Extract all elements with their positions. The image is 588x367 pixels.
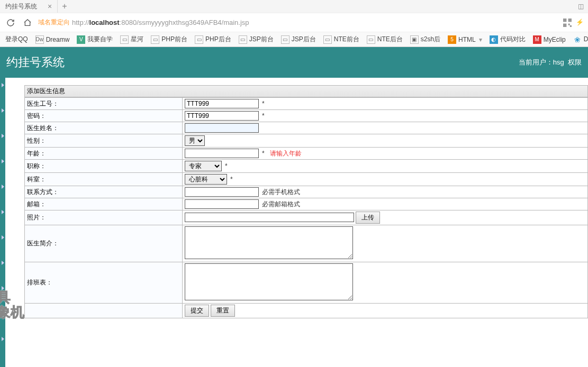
expand-icon[interactable] [2, 235, 4, 240]
intro-textarea[interactable] [185, 226, 353, 259]
bookmark-item[interactable]: MMyEclip [531, 35, 568, 44]
label-department: 科室： [25, 173, 183, 186]
doctor-form: 医生工号： * 密码： * 医生姓名： 性别： 男 年龄： *请输入年龄 职称： [24, 97, 588, 318]
current-user: 当前用户：hsg 权限 [519, 58, 582, 67]
bookmark-item[interactable]: ▭星河 [118, 35, 146, 44]
redirect-badge: 域名重定向 [38, 18, 70, 27]
bookmarks-bar: 登录QQ DwDreamw V我要自学 ▭星河 ▭PHP前台 ▭PHP后台 ▭J… [0, 32, 588, 47]
url-field[interactable]: 域名重定向 http://localhost:8080/ssmyyyyghxth… [38, 18, 559, 27]
schedule-textarea[interactable] [185, 263, 353, 300]
email-input[interactable] [185, 199, 259, 209]
main-content: 添加医生信息 医生工号： * 密码： * 医生姓名： 性别： 男 年龄： *请输… [5, 78, 588, 367]
window-controls-icon[interactable]: ◫ [574, 3, 588, 10]
browser-chrome: 约挂号系统 × + ◫ 域名重定向 http://localhost:8080/… [0, 0, 588, 47]
label-password: 密码： [25, 110, 183, 122]
label-title: 职称： [25, 160, 183, 173]
bookmark-item[interactable]: ◐代码对比 [487, 35, 528, 44]
doctor-id-input[interactable] [185, 99, 259, 108]
required-mark: * [262, 112, 265, 120]
reset-button[interactable]: 重置 [211, 305, 235, 317]
expand-icon[interactable] [2, 159, 4, 163]
label-contact: 联系方式： [25, 186, 183, 198]
url-text: http://localhost:8080/ssmyyyyghxthsg3649… [72, 19, 249, 26]
label-doctor-id: 医生工号： [25, 98, 183, 110]
expand-icon[interactable] [2, 185, 4, 189]
address-bar: 域名重定向 http://localhost:8080/ssmyyyyghxth… [0, 13, 588, 32]
contact-hint: 必需手机格式 [262, 188, 300, 196]
email-hint: 必需邮箱格式 [262, 200, 300, 208]
label-email: 邮箱： [25, 198, 183, 210]
bookmark-item[interactable]: ▭PHP后台 [193, 35, 233, 44]
label-intro: 医生简介： [25, 225, 183, 262]
required-mark: * [225, 162, 228, 170]
home-icon[interactable] [21, 16, 34, 29]
bookmark-item[interactable]: ▭NTE后台 [365, 35, 405, 44]
contact-input[interactable] [185, 187, 259, 197]
age-error: 请输入年龄 [270, 150, 302, 157]
svg-rect-4 [570, 25, 572, 26]
app-header: 约挂号系统 当前用户：hsg 权限 [0, 47, 588, 78]
doctor-name-input[interactable] [185, 123, 259, 133]
reload-icon[interactable] [4, 16, 17, 29]
label-actions [25, 304, 183, 318]
label-gender: 性别： [25, 134, 183, 148]
browser-tab[interactable]: 约挂号系统 × [0, 0, 58, 13]
expand-icon[interactable] [2, 210, 4, 214]
expand-icon[interactable] [2, 83, 4, 87]
required-mark: * [262, 150, 265, 157]
expand-icon[interactable] [2, 261, 4, 265]
svg-rect-1 [568, 19, 572, 22]
bookmark-item[interactable]: 5HTML▾ [446, 35, 484, 44]
bookmark-item[interactable]: ❀DW8集 [571, 35, 588, 44]
photo-path-input[interactable] [185, 213, 354, 222]
qr-icon[interactable] [563, 19, 572, 27]
bookmark-item[interactable]: ▭NTE前台 [321, 35, 361, 44]
password-input[interactable] [185, 111, 259, 121]
required-mark: * [262, 100, 265, 107]
bookmark-item[interactable]: ▭JSP前台 [237, 35, 276, 44]
label-schedule: 排班表： [25, 262, 183, 304]
flash-icon[interactable]: ⚡ [576, 19, 584, 27]
upload-button[interactable]: 上传 [356, 212, 380, 224]
tab-title: 约挂号系统 [5, 2, 37, 11]
label-doctor-name: 医生姓名： [25, 122, 183, 134]
age-input[interactable] [185, 149, 259, 158]
svg-rect-2 [563, 23, 566, 26]
system-title: 约挂号系统 [6, 54, 65, 70]
department-select[interactable]: 心脏科 [185, 174, 227, 185]
bookmark-item[interactable]: ▭JSP后台 [279, 35, 318, 44]
bookmark-item[interactable]: DwDreamw [33, 35, 72, 44]
watermark: 具象机 [0, 290, 24, 319]
expand-icon[interactable] [2, 134, 4, 138]
svg-rect-0 [563, 19, 566, 22]
bookmark-item[interactable]: 登录QQ [3, 35, 30, 44]
close-icon[interactable]: × [48, 2, 52, 11]
new-tab-button[interactable]: + [58, 2, 71, 11]
bookmark-item[interactable]: ▣s2sh后 [408, 35, 442, 44]
svg-rect-3 [568, 23, 570, 25]
panel-title: 添加医生信息 [24, 85, 588, 97]
bookmark-item[interactable]: V我要自学 [75, 35, 115, 44]
sidebar [0, 78, 5, 367]
expand-icon[interactable] [2, 108, 4, 113]
submit-button[interactable]: 提交 [185, 305, 209, 317]
label-age: 年龄： [25, 148, 183, 160]
title-select[interactable]: 专家 [185, 161, 222, 171]
required-mark: * [230, 176, 233, 183]
bookmark-item[interactable]: ▭PHP前台 [149, 35, 189, 44]
tab-bar: 约挂号系统 × + ◫ [0, 0, 588, 13]
expand-icon[interactable] [2, 337, 4, 341]
label-photo: 照片： [25, 210, 183, 225]
gender-select[interactable]: 男 [185, 135, 205, 146]
